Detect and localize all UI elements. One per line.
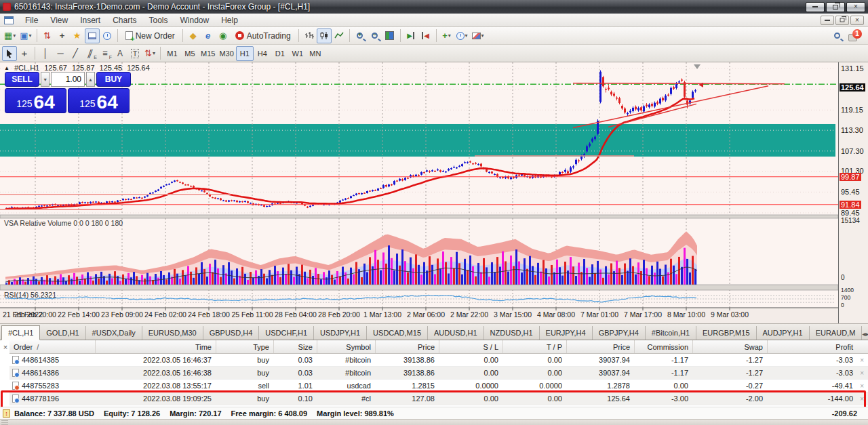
menu-item[interactable]: Help <box>215 14 244 26</box>
vertical-line-tool-button[interactable]: │ <box>38 46 53 61</box>
timeframe-button[interactable]: MN <box>307 46 324 61</box>
horizontal-line-tool-button[interactable]: ─ <box>53 46 68 61</box>
chart-tab[interactable]: NZDUSD,H1 <box>484 326 540 340</box>
chart-tab[interactable]: AUDJPY,H1 <box>757 326 810 340</box>
new-chart-button[interactable]: ▦▾ <box>2 28 18 43</box>
svg-text:3 Mar 15:00: 3 Mar 15:00 <box>494 310 532 319</box>
signals-button[interactable]: ◉ <box>216 28 231 43</box>
crosshair-tool-button[interactable]: + <box>17 46 32 61</box>
timeframe-button[interactable]: W1 <box>289 46 307 61</box>
market-watch-button[interactable]: ⇅ <box>40 28 55 43</box>
templates-button[interactable]: ▾ <box>470 28 486 43</box>
chart-minimize-button[interactable] <box>821 16 834 25</box>
chart-window-icon[interactable] <box>4 16 14 24</box>
chart-tab[interactable]: #CL,H1 <box>1 325 40 340</box>
zoom-out-button[interactable]: − <box>368 28 382 43</box>
close-button[interactable]: × <box>846 2 865 12</box>
search-button[interactable] <box>829 28 844 43</box>
order-type-icon <box>12 369 19 377</box>
order-row[interactable]: 448614385 2022.03.05 16:46:37 buy 0.03 #… <box>9 354 868 367</box>
tabs-scroll-right-button[interactable]: ▸ <box>865 327 868 340</box>
terminal-button[interactable] <box>85 28 100 43</box>
volume-increase-button[interactable]: ▲ <box>86 72 95 87</box>
cursor-tool-button[interactable] <box>2 46 17 61</box>
menu-item[interactable]: View <box>44 14 74 26</box>
close-order-icon[interactable]: × <box>857 369 868 377</box>
timeframe-button[interactable]: M1 <box>163 46 181 61</box>
subwindow-expand-icon[interactable]: ▲ <box>4 65 9 71</box>
tile-windows-button[interactable] <box>382 28 397 43</box>
text-label-tool-button[interactable]: T <box>127 46 142 61</box>
channel-tool-button[interactable]: ∥ <box>83 46 98 61</box>
profiles-button[interactable]: ▣▾ <box>18 28 33 43</box>
arrows-tool-button[interactable]: ⇅▾ <box>142 46 157 61</box>
indicators-button[interactable]: +▾ <box>439 28 454 43</box>
minimize-button[interactable] <box>806 2 825 12</box>
notifications-badge[interactable]: 1 <box>848 31 861 41</box>
strategy-tester-button[interactable] <box>100 28 115 43</box>
volume-input[interactable] <box>51 72 85 87</box>
chart-tab[interactable]: USDJPY,H1 <box>314 326 367 340</box>
fibonacci-tool-button[interactable]: ≡ <box>98 46 113 61</box>
account-metric: Equity: 7 128.26 <box>104 409 160 418</box>
close-order-icon[interactable]: × <box>857 357 868 364</box>
bar-chart-button[interactable] <box>302 28 317 43</box>
chart-shift-button[interactable]: ◀ <box>418 28 433 43</box>
autotrading-button[interactable]: AutoTrading <box>231 28 296 43</box>
orders-table-header[interactable]: Order / Time Type Size Symbol Price S / … <box>9 340 868 354</box>
volume-decrease-button[interactable]: ▼ <box>41 72 50 87</box>
chart-tab[interactable]: EURGBP,M15 <box>696 326 757 340</box>
restore-button[interactable] <box>826 2 845 12</box>
timeframe-button[interactable]: H4 <box>254 46 271 61</box>
price-axis[interactable]: 131.15125.64119.15113.30107.30101.3099.8… <box>838 62 868 323</box>
chart-tab[interactable]: USDCAD,M15 <box>367 326 428 340</box>
chart-tab[interactable]: AUDUSD,H1 <box>428 326 484 340</box>
price-axis-label: 15134 <box>841 217 860 225</box>
metaeditor-button[interactable]: e <box>201 28 216 43</box>
chart-restore-button[interactable] <box>835 16 849 25</box>
candlestick-chart-button[interactable] <box>317 28 332 43</box>
auto-scroll-button[interactable]: ▶ <box>403 28 418 43</box>
price-axis-label: 107.30 <box>841 147 864 155</box>
menu-item[interactable]: Window <box>174 14 216 26</box>
chart-tab[interactable]: EURUSD,M30 <box>142 326 203 340</box>
chart-tab[interactable]: GBPJPY,H4 <box>593 326 646 340</box>
new-order-button[interactable]: New Order <box>121 28 180 43</box>
menu-item[interactable]: Charts <box>106 14 142 26</box>
chart-area[interactable]: 21 Feb 202221 Feb 20:0022 Feb 14:0023 Fe… <box>0 62 868 323</box>
chart-close-button[interactable]: × <box>850 16 864 25</box>
order-row[interactable]: 448778196 2022.03.08 19:09:25 buy 0.10 #… <box>9 392 868 405</box>
timeframe-button[interactable]: M5 <box>181 46 199 61</box>
market-button[interactable]: ◆ <box>186 28 201 43</box>
chart-tab[interactable]: #USDX,Daily <box>86 326 142 340</box>
timeframe-button[interactable]: M15 <box>199 46 217 61</box>
terminal-close-button[interactable]: × <box>1 342 9 352</box>
chart-tab[interactable]: EURJPY,H4 <box>540 326 593 340</box>
order-row[interactable]: 448755283 2022.03.08 13:55:17 sell 1.01 … <box>9 380 868 392</box>
timeframe-button[interactable]: H1 <box>236 46 254 61</box>
data-window-button[interactable]: + <box>55 28 70 43</box>
line-chart-button[interactable] <box>332 28 347 43</box>
order-row[interactable]: 448614386 2022.03.05 16:46:38 buy 0.03 #… <box>9 367 868 380</box>
periods-button[interactable]: ▾ <box>454 28 470 43</box>
menu-item[interactable]: File <box>19 14 44 26</box>
text-tool-button[interactable]: A <box>113 46 127 61</box>
buy-button[interactable]: BUY <box>96 72 131 87</box>
chart-tab[interactable]: EURAUD,M <box>810 326 863 340</box>
navigator-button[interactable]: ★ <box>70 28 85 43</box>
close-order-icon[interactable]: × <box>857 395 868 403</box>
menu-item[interactable]: Tools <box>143 14 174 26</box>
sell-button[interactable]: SELL <box>5 72 39 87</box>
chart-tab[interactable]: USDCHF,H1 <box>259 326 314 340</box>
timeframe-button[interactable]: D1 <box>271 46 289 61</box>
chart-tab[interactable]: GOLD,H1 <box>40 326 85 340</box>
trendline-tool-button[interactable]: ╱ <box>68 46 83 61</box>
buy-price-box[interactable]: 12564 <box>68 88 130 113</box>
chart-tab[interactable]: GBPUSD,H4 <box>203 326 260 340</box>
timeframe-button[interactable]: M30 <box>217 46 235 61</box>
chart-tab[interactable]: #Bitcoin,H1 <box>646 326 696 340</box>
menu-item[interactable]: Insert <box>74 14 106 26</box>
zoom-in-button[interactable]: + <box>353 28 368 43</box>
close-order-icon[interactable]: × <box>857 382 868 390</box>
sell-price-box[interactable]: 12564 <box>5 88 66 113</box>
